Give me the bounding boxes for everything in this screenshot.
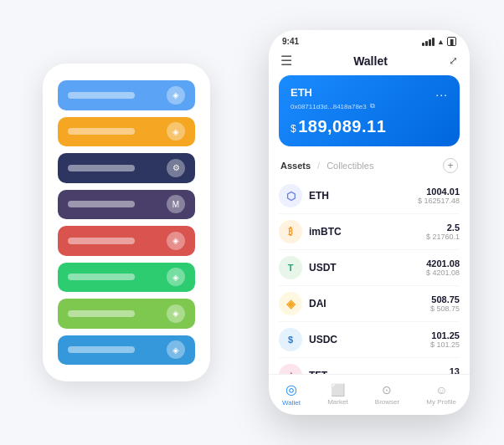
dai-amount: 508.75 [430, 294, 460, 304]
asset-row-usdc[interactable]: $ USDC 101.25 $ 101.25 [279, 322, 460, 358]
asset-name-eth: ETH [309, 190, 418, 202]
battery-icon: ▮ [447, 37, 456, 46]
tft-icon: ✦ [279, 364, 302, 374]
bg-card-7[interactable]: ◈ [58, 335, 195, 366]
browser-nav-label: Browser [375, 398, 399, 406]
assets-tabs: Assets / Collectibles [280, 161, 373, 171]
profile-nav-label: My Profile [426, 398, 456, 406]
card-top: ETH ... [291, 85, 448, 99]
wifi-icon: ▲ [437, 38, 445, 46]
asset-name-dai: DAI [309, 298, 430, 309]
imbtc-amount: 2.5 [426, 222, 460, 233]
amount-value: 189,089.11 [298, 117, 386, 136]
usdc-amount-col: 101.25 $ 101.25 [430, 330, 460, 349]
imbtc-icon: ₿ [279, 220, 302, 243]
eth-amount: 1004.01 [418, 187, 460, 197]
usdt-amount: 4201.08 [426, 258, 460, 269]
dai-amount-col: 508.75 $ 508.75 [430, 294, 460, 313]
time-label: 9:41 [282, 37, 299, 46]
expand-icon[interactable]: ⤢ [449, 54, 458, 67]
eth-amount-col: 1004.01 $ 162517.48 [418, 187, 460, 205]
bg-card-0[interactable]: ◈ [58, 80, 195, 110]
nav-market[interactable]: ⬜ Market [327, 383, 347, 406]
bottom-nav: ◎ Wallet ⬜ Market ⊙ Browser ☺ My Profile [269, 374, 470, 415]
imbtc-value: $ 21760.1 [426, 233, 460, 241]
app-header: ☰ Wallet ⤢ [269, 49, 470, 75]
currency-prefix: $ [291, 123, 296, 135]
tft-amount: 13 [450, 366, 460, 374]
background-phone: ◈◈⚙M◈◈◈◈ [43, 64, 210, 381]
asset-row-usdt[interactable]: T USDT 4201.08 $ 4201.08 [279, 250, 460, 286]
menu-icon[interactable]: ☰ [280, 53, 292, 69]
usdc-icon: $ [279, 328, 302, 351]
imbtc-amount-col: 2.5 $ 21760.1 [426, 222, 460, 241]
card-coin: ETH [291, 86, 312, 99]
usdc-amount: 101.25 [430, 330, 460, 340]
nav-wallet[interactable]: ◎ Wallet [282, 381, 301, 407]
asset-name-usdt: USDT [309, 262, 426, 274]
foreground-phone: 9:41 ▲ ▮ ☰ Wallet ⤢ ETH ... [269, 30, 470, 415]
card-amount: $189,089.11 [291, 117, 448, 136]
main-card: ETH ... 0x08711d3d...8418a78e3 ⧉ $189,08… [279, 75, 460, 146]
asset-row-imbtc[interactable]: ₿ imBTC 2.5 $ 21760.1 [279, 214, 460, 250]
asset-list: ⬡ ETH 1004.01 $ 162517.48 ₿ imBTC 2.5 $ … [269, 178, 470, 374]
profile-nav-icon: ☺ [435, 383, 447, 396]
usdt-icon: T [279, 256, 302, 279]
bg-card-4[interactable]: ◈ [58, 226, 195, 256]
asset-name-usdc: USDC [309, 334, 430, 345]
page-title: Wallet [353, 54, 388, 68]
tab-collectibles[interactable]: Collectibles [327, 161, 373, 171]
card-more-button[interactable]: ... [435, 85, 448, 99]
status-icons: ▲ ▮ [422, 37, 456, 46]
market-nav-icon: ⬜ [331, 383, 345, 396]
usdt-amount-col: 4201.08 $ 4201.08 [426, 258, 460, 277]
tab-assets[interactable]: Assets [280, 161, 311, 171]
card-address: 0x08711d3d...8418a78e3 ⧉ [291, 102, 448, 110]
asset-row-eth[interactable]: ⬡ ETH 1004.01 $ 162517.48 [279, 178, 460, 214]
browser-nav-icon: ⊙ [382, 383, 392, 396]
bg-card-5[interactable]: ◈ [58, 263, 195, 293]
bg-card-2[interactable]: ⚙ [58, 153, 195, 183]
tab-divider: / [317, 161, 320, 171]
bg-card-6[interactable]: ◈ [58, 299, 195, 329]
bg-card-1[interactable]: ◈ [58, 117, 195, 147]
add-asset-button[interactable]: + [443, 158, 458, 173]
asset-row-tft[interactable]: ✦ TFT 13 0 [279, 358, 460, 374]
wallet-nav-icon: ◎ [285, 381, 297, 397]
tft-amount-col: 13 0 [450, 366, 460, 374]
eth-value: $ 162517.48 [418, 197, 460, 205]
signal-icon [422, 38, 435, 46]
scene: ◈◈⚙M◈◈◈◈ 9:41 ▲ ▮ ☰ Wallet ⤢ [18, 18, 486, 427]
copy-icon[interactable]: ⧉ [370, 102, 375, 110]
asset-name-imbtc: imBTC [309, 226, 426, 238]
asset-row-dai[interactable]: ◈ DAI 508.75 $ 508.75 [279, 286, 460, 322]
nav-profile[interactable]: ☺ My Profile [426, 383, 456, 406]
nav-browser[interactable]: ⊙ Browser [375, 383, 399, 406]
bg-card-3[interactable]: M [58, 190, 195, 220]
dai-icon: ◈ [279, 292, 302, 315]
eth-icon: ⬡ [279, 184, 302, 207]
wallet-nav-label: Wallet [282, 399, 301, 407]
status-bar: 9:41 ▲ ▮ [269, 30, 470, 49]
usdt-value: $ 4201.08 [426, 269, 460, 277]
assets-header: Assets / Collectibles + [269, 155, 470, 178]
market-nav-label: Market [327, 398, 347, 406]
dai-value: $ 508.75 [430, 304, 460, 313]
usdc-value: $ 101.25 [430, 340, 460, 349]
